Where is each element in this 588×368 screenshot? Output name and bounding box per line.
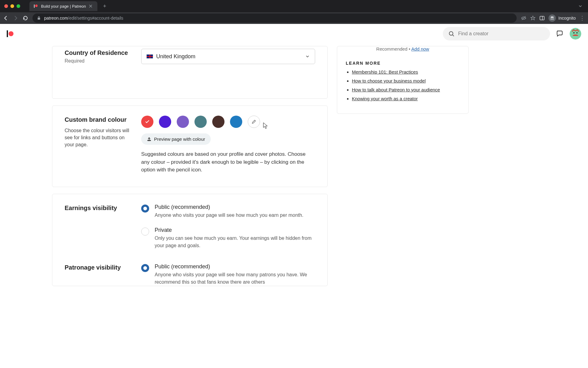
tabs-overflow-icon[interactable] [578, 4, 582, 8]
external-icon [147, 137, 152, 142]
app-header [0, 24, 588, 44]
country-card: Country of Residence Required United Kin… [52, 46, 328, 99]
radio-checked-icon[interactable] [141, 205, 149, 213]
svg-rect-14 [148, 140, 151, 141]
country-select[interactable]: United Kingdom [141, 49, 315, 64]
fullscreen-window-icon[interactable] [17, 4, 20, 8]
browser-menu-icon[interactable]: ⋮ [579, 15, 585, 21]
colour-swatch-blue[interactable] [230, 116, 242, 128]
colour-swatch-custom[interactable] [248, 116, 260, 128]
option-desc: Anyone who visits your page will see how… [155, 271, 315, 286]
visibility-card: Earnings visibility Public (recommended)… [52, 194, 328, 286]
browser-chrome: Build your page | Patreon + patreon.com/… [0, 0, 588, 24]
brand-desc: Choose the colour visitors will see for … [65, 127, 132, 148]
earnings-option-public[interactable]: Public (recommended) Anyone who visits y… [141, 204, 315, 219]
learn-link[interactable]: How to choose your business model [352, 78, 426, 83]
country-heading: Country of Residence [65, 49, 132, 57]
colour-swatch-purple[interactable] [177, 116, 189, 128]
browser-toolbar: patreon.com/edit/settings#account-detail… [0, 12, 588, 24]
svg-rect-2 [38, 18, 40, 20]
patronage-heading: Patronage visibility [65, 263, 132, 272]
user-avatar[interactable] [570, 28, 581, 40]
new-tab-button[interactable]: + [103, 3, 106, 10]
country-required: Required [65, 58, 132, 64]
svg-rect-0 [34, 5, 35, 8]
earnings-heading: Earnings visibility [65, 204, 132, 212]
forward-button[interactable] [13, 15, 18, 21]
preview-label: Preview page with colour [154, 136, 205, 142]
learn-more-card: Recommended • Add now LEARN MORE Members… [337, 46, 469, 114]
back-button[interactable] [3, 15, 9, 21]
panel-icon[interactable] [539, 15, 545, 21]
incognito-icon [548, 14, 556, 22]
learn-link[interactable]: Membership 101: Best Practices [352, 69, 418, 75]
learn-link[interactable]: How to talk about Patreon to your audien… [352, 87, 440, 92]
tab-title: Build your page | Patreon [41, 4, 86, 9]
patreon-logo[interactable] [7, 30, 13, 37]
option-title: Public (recommended) [155, 204, 303, 210]
minimize-window-icon[interactable] [10, 4, 14, 8]
patronage-option-public[interactable]: Public (recommended) Anyone who visits y… [141, 263, 315, 286]
svg-point-12 [573, 32, 575, 33]
svg-line-10 [453, 35, 454, 36]
colour-swatch-teal[interactable] [194, 116, 207, 128]
messages-icon[interactable] [556, 29, 564, 38]
search-icon [448, 31, 454, 37]
earnings-option-private[interactable]: Private Only you can see how much you ea… [141, 227, 315, 249]
browser-tab[interactable]: Build your page | Patreon [29, 1, 97, 11]
reload-button[interactable] [23, 15, 28, 21]
svg-point-6 [551, 18, 552, 20]
colour-swatches [141, 116, 315, 128]
page-body: Country of Residence Required United Kin… [0, 44, 588, 286]
pencil-icon [251, 119, 256, 124]
url-text: patreon.com/edit/settings#account-detail… [44, 16, 123, 21]
search-input[interactable] [458, 31, 545, 36]
bookmark-icon[interactable] [530, 15, 536, 21]
close-tab-icon[interactable] [89, 4, 93, 8]
creator-search[interactable] [443, 27, 550, 40]
colour-swatch-red[interactable] [141, 116, 153, 128]
incognito-indicator[interactable]: Incognito [548, 14, 576, 22]
window-titlebar: Build your page | Patreon + [0, 0, 588, 12]
preview-page-button[interactable]: Preview page with colour [141, 133, 211, 145]
address-bar[interactable]: patreon.com/edit/settings#account-detail… [32, 13, 517, 23]
svg-rect-4 [540, 16, 544, 20]
close-window-icon[interactable] [4, 4, 8, 8]
brand-helper: Suggested colours are based on your prof… [141, 150, 313, 174]
incognito-label: Incognito [558, 16, 576, 21]
uk-flag-icon [146, 54, 153, 59]
chevron-down-icon [305, 54, 310, 59]
brand-heading: Custom brand colour [65, 116, 132, 124]
tracking-icon[interactable] [521, 15, 526, 21]
svg-point-11 [570, 28, 581, 40]
radio-checked-icon[interactable] [141, 264, 149, 272]
radio-unchecked-icon[interactable] [141, 228, 149, 236]
learn-more-heading: LEARN MORE [346, 61, 460, 66]
option-desc: Only you can see how much you earn. Your… [155, 235, 315, 249]
svg-point-1 [35, 5, 38, 7]
colour-swatch-indigo[interactable] [159, 116, 171, 128]
learn-link[interactable]: Knowing your worth as a creator [352, 96, 418, 101]
brand-colour-card: Custom brand colour Choose the colour vi… [52, 105, 328, 187]
recommended-line: Recommended • Add now [346, 46, 460, 52]
option-title: Public (recommended) [155, 263, 315, 270]
svg-point-7 [552, 18, 554, 20]
learn-more-list: Membership 101: Best Practices How to ch… [346, 69, 460, 101]
patreon-favicon-icon [34, 4, 38, 8]
svg-point-9 [449, 32, 453, 35]
option-desc: Anyone who visits your page will see how… [155, 212, 303, 219]
country-value: United Kingdom [156, 53, 195, 60]
lock-icon [37, 16, 41, 20]
svg-point-13 [576, 32, 578, 33]
add-now-link[interactable]: Add now [411, 46, 429, 52]
window-controls[interactable] [4, 4, 20, 8]
option-title: Private [155, 227, 315, 233]
colour-swatch-brown[interactable] [212, 116, 224, 128]
